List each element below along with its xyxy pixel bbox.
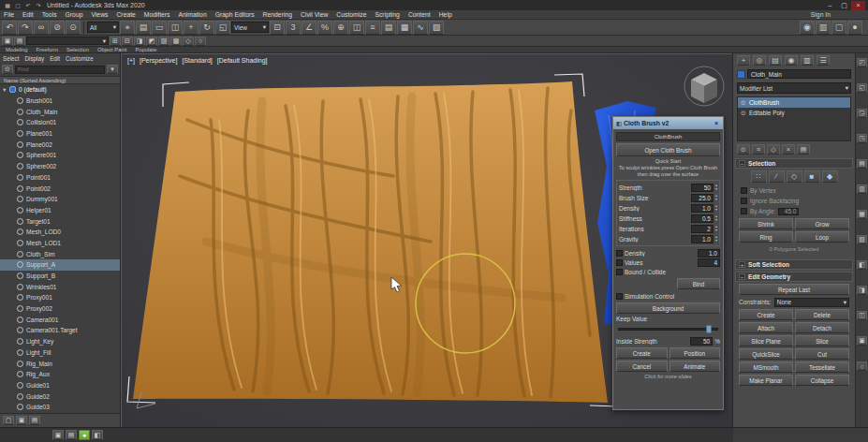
tree-row[interactable]: Mesh_LOD1 [0, 238, 120, 249]
docked-tool-icon[interactable]: ▤ [857, 159, 867, 169]
inside-strength-value[interactable]: 50 [690, 337, 713, 346]
edit-geometry-button[interactable]: QuickSlice [739, 348, 793, 360]
tree-row[interactable]: Guide01 [0, 380, 120, 391]
simulation-control-checkbox[interactable] [616, 293, 623, 300]
selection-button[interactable]: Shrink [739, 218, 793, 229]
edit-geometry-button[interactable]: MSmooth [739, 361, 793, 373]
modify-tab-icon[interactable]: ◎ [753, 55, 766, 66]
search-input[interactable] [15, 66, 105, 74]
parameter-value-field[interactable]: 0.5 [691, 214, 714, 223]
spinner-icon[interactable]: ▴▾ [715, 204, 717, 212]
menu-item[interactable]: Graph Editors [212, 11, 258, 18]
schematic-view-icon[interactable]: ▧ [429, 21, 444, 35]
dialog-action-button[interactable]: Create [616, 347, 668, 359]
qat-undo-icon[interactable]: ↶ [23, 1, 33, 9]
ribbon-tab[interactable]: Freeform [37, 47, 59, 52]
axis-plane-constraint-icon[interactable]: ▩ [170, 37, 182, 46]
sign-in-link[interactable]: Sign In [811, 11, 868, 18]
docked-tool-icon[interactable]: ◧ [857, 260, 867, 270]
tree-row[interactable]: Camera001.Target [0, 325, 120, 336]
tree-row[interactable]: Cloth_Sim [0, 248, 120, 259]
app-logo-icon[interactable]: ▦ [3, 1, 12, 9]
toggle-ribbon-icon[interactable]: ▦ [397, 21, 412, 35]
viewport-menu-general[interactable]: [+] [127, 57, 135, 64]
by-angle-value-field[interactable]: 45.0 [778, 208, 799, 215]
reference-coordinate-combo[interactable]: View▾ [231, 22, 269, 33]
tree-row[interactable]: Dummy001 [0, 194, 120, 205]
align-icon[interactable]: ≡ [365, 21, 380, 35]
docked-tool-icon[interactable]: ▥ [857, 184, 867, 194]
docked-tool-icon[interactable]: ▦ [857, 210, 867, 219]
docked-tool-icon[interactable]: ◳ [857, 134, 867, 143]
isolate-selection-icon[interactable]: ● [79, 430, 90, 440]
polygon-mode-icon[interactable]: ■ [804, 170, 820, 183]
explorer-lock-icon[interactable]: ▢ [3, 416, 14, 425]
parameter-value-field[interactable]: 1.0 [691, 204, 714, 213]
parameter-value-field[interactable]: 50 [691, 184, 714, 192]
menu-item[interactable]: Help [435, 11, 456, 18]
select-and-link-icon[interactable]: ∞ [34, 21, 49, 35]
edit-geometry-button[interactable]: Detach [795, 322, 849, 333]
menu-item[interactable]: Edit [19, 11, 37, 18]
explorer-pick-icon[interactable]: ▣ [16, 416, 27, 425]
rollout-soft-selection[interactable]: + Soft Selection [735, 259, 853, 270]
redo-icon[interactable]: ↷ [18, 21, 33, 35]
rollout-edit-geometry[interactable]: − Edit Geometry [735, 272, 853, 282]
repeat-last-button[interactable]: Repeat Last [739, 284, 849, 295]
docked-tool-icon[interactable]: ◰ [857, 58, 867, 67]
axis-x-constraint-icon[interactable]: ◨ [134, 37, 145, 46]
collapse-icon[interactable]: − [739, 160, 745, 167]
selection-button[interactable]: Loop [795, 231, 849, 243]
tree-row[interactable]: Cloth_Main [0, 106, 120, 117]
display-tab-icon[interactable]: ▥ [801, 55, 814, 66]
rendered-frame-window-icon[interactable]: ▢ [831, 21, 846, 35]
option-value-field[interactable]: 4 [698, 258, 720, 267]
pin-stack-icon[interactable]: ⊙ [737, 144, 750, 155]
window-crossing-toggle-icon[interactable]: ◫ [168, 21, 183, 35]
select-and-rotate-icon[interactable]: ↻ [199, 21, 214, 35]
tree-row[interactable]: Wrinkles01 [0, 281, 120, 292]
cloth-mesh[interactable] [133, 81, 608, 403]
slider-track[interactable] [618, 328, 718, 331]
tree-row[interactable]: Guide02 [0, 390, 120, 402]
soft-selection-icon[interactable]: ◇ [183, 37, 194, 46]
hierarchy-tab-icon[interactable]: ▤ [769, 55, 782, 66]
constraints-dropdown[interactable]: None ▾ [774, 298, 849, 307]
tree-row[interactable]: Plane002 [0, 139, 120, 150]
docked-tool-icon[interactable]: ▣ [857, 336, 867, 346]
tree-row[interactable]: Sphere002 [0, 161, 120, 172]
checkbox[interactable] [741, 198, 747, 204]
object-color-swatch[interactable] [737, 70, 745, 79]
explorer-menu-item[interactable]: Select [3, 55, 20, 62]
checkbox[interactable] [616, 269, 623, 275]
collapse-icon[interactable]: − [739, 273, 745, 280]
dialog-action-button[interactable]: Animate [669, 361, 721, 372]
modifier-stack-item[interactable]: ⊙ Editable Poly [738, 108, 850, 118]
menu-item[interactable]: Modifiers [140, 11, 174, 18]
docked-tool-icon[interactable]: ▧ [857, 235, 867, 244]
maxscript-listener-icon[interactable]: ▣ [52, 430, 64, 440]
tree-row[interactable]: Plane001 [0, 128, 120, 140]
parameter-value-field[interactable]: 1.0 [691, 235, 714, 243]
minimize-button[interactable]: – [823, 1, 837, 10]
edit-geometry-button[interactable]: Slice Plane [739, 335, 793, 346]
configure-modifier-sets-icon[interactable]: ▤ [797, 144, 810, 155]
qat-redo-icon[interactable]: ↷ [34, 1, 43, 9]
edit-geometry-button[interactable]: Collapse [795, 375, 849, 386]
keep-value-slider-handle[interactable] [706, 325, 712, 333]
curve-editor-icon[interactable]: ∿ [413, 21, 428, 35]
percent-snap-icon[interactable]: % [317, 21, 332, 35]
selection-button[interactable]: Ring [739, 231, 793, 243]
checkbox[interactable] [616, 250, 623, 257]
edit-geometry-button[interactable]: Attach [739, 322, 793, 333]
snap-grid-icon[interactable]: ⊞ [110, 37, 121, 46]
explorer-display-options-icon[interactable]: ▾ [107, 65, 118, 74]
docked-tool-icon[interactable]: ◲ [857, 109, 867, 118]
named-selection-set-combo[interactable]: ▾ [26, 37, 109, 45]
tree-row[interactable]: Target01 [0, 215, 120, 227]
object-name-field[interactable]: Cloth_Main [747, 69, 851, 79]
material-editor-icon[interactable]: ◉ [800, 21, 815, 35]
select-object-icon[interactable]: ⌖ [120, 21, 135, 35]
explorer-settings-icon[interactable]: ▤ [29, 416, 40, 425]
spinner-snap-icon[interactable]: ⊕ [333, 21, 348, 35]
